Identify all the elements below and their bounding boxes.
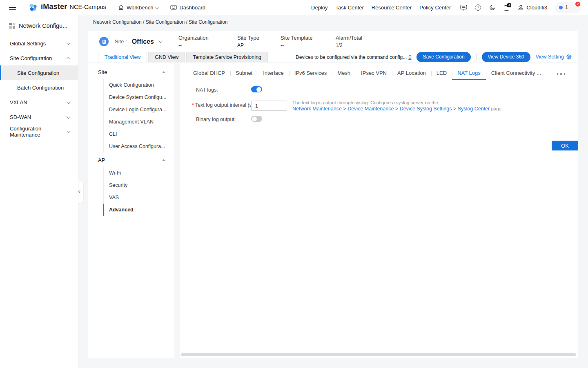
apps-notification-icon[interactable]: A — [503, 4, 510, 11]
sidebar-item-configuration-maintenance[interactable]: Configuration Maintenance — [0, 124, 78, 139]
sidebar-item-site-configuration[interactable]: Site Configuration — [0, 65, 78, 80]
feedback-icon[interactable] — [460, 4, 467, 11]
content-tabs: Global DHCP Subnet Interface IPv6 Servic… — [180, 63, 578, 80]
brand-suffix: NCE-Campus — [69, 4, 106, 10]
config-tree-panel: Site Quick Configuration Device System C… — [88, 63, 174, 358]
view-device-360-button[interactable]: View Device 360 — [482, 52, 530, 62]
view-setting-link[interactable]: View Setting — [536, 54, 572, 60]
nav-resource-center[interactable]: Resource Center — [372, 4, 412, 11]
status-dot-icon — [559, 6, 563, 9]
ok-button[interactable]: OK — [552, 141, 578, 150]
toolbar-divider — [476, 54, 477, 60]
collapse-triangle-icon — [162, 71, 165, 73]
status-pill[interactable]: 1 2 — [555, 2, 581, 13]
more-tabs-icon[interactable] — [557, 73, 566, 75]
nav-task-center[interactable]: Task Center — [335, 4, 363, 11]
workbench-menu[interactable]: Workbench — [118, 4, 159, 11]
save-configuration-button[interactable]: Save Configuration — [416, 52, 470, 62]
tree-item-quick-configuration[interactable]: Quick Configuration — [103, 79, 174, 91]
tree-item-advanced[interactable]: Advanced — [103, 204, 174, 216]
horizontal-scrollbar[interactable] — [181, 353, 576, 356]
tree-group-ap[interactable]: AP — [88, 155, 174, 166]
help-icon[interactable]: ? — [474, 4, 481, 11]
username: Cloudifi3 — [526, 4, 547, 11]
tree-group-site[interactable]: Site — [88, 67, 174, 78]
sidebar-item-vxlan[interactable]: VXLAN — [0, 95, 78, 110]
pending-devices-count[interactable]: 0 — [408, 54, 411, 60]
site-label: Site : — [115, 38, 127, 45]
workbench-label: Workbench — [127, 4, 154, 11]
brand-name: iMaster — [41, 2, 67, 11]
gear-icon — [566, 54, 572, 60]
chevron-down-icon — [67, 41, 71, 45]
tree-item-device-system-configuration[interactable]: Device System Configu... — [103, 91, 174, 103]
chevron-down-icon[interactable] — [158, 39, 163, 43]
sidebar-collapse-handle[interactable] — [78, 180, 84, 204]
tree-item-vas[interactable]: VAS — [103, 191, 174, 204]
tab-ipsec-vpn[interactable]: IPsec VPN — [356, 70, 392, 80]
sidebar-item-site-configuration-group[interactable]: Site Configuration — [0, 51, 78, 65]
tree-item-cli[interactable]: CLI — [103, 128, 174, 140]
tab-ap-location[interactable]: AP Location — [392, 70, 431, 80]
sidebar-item-batch-configuration[interactable]: Batch Configuration — [0, 80, 78, 95]
field-site-template: Site Template -- — [281, 35, 313, 48]
field-organization: Organization -- — [178, 35, 209, 48]
pending-devices-text: Devices to be configured via the command… — [296, 54, 411, 60]
chevron-left-icon — [79, 190, 82, 193]
dashboard-icon — [170, 4, 177, 11]
tab-client-connectivity[interactable]: Client Connectivity ... — [486, 70, 546, 80]
sidebar-divider — [8, 34, 71, 34]
site-icon — [99, 37, 109, 46]
tab-global-dhcp[interactable]: Global DHCP — [188, 70, 230, 80]
collapse-triangle-icon — [162, 159, 165, 161]
tab-traditional-view[interactable]: Traditional View — [98, 52, 147, 62]
tree-item-management-vlan[interactable]: Management VLAN — [103, 116, 174, 128]
alert-count-badge: 2 — [575, 1, 581, 7]
tab-subnet[interactable]: Subnet — [230, 70, 258, 80]
chevron-down-icon — [67, 100, 71, 104]
interval-input[interactable] — [251, 101, 287, 111]
nav-policy-center[interactable]: Policy Center — [419, 4, 451, 11]
home-icon — [118, 4, 124, 11]
nat-logs-toggle[interactable] — [251, 86, 262, 92]
tree-item-wifi[interactable]: Wi-Fi — [103, 167, 174, 179]
dark-mode-moon-icon[interactable] — [489, 4, 496, 11]
tree-item-device-login-configuration[interactable]: Device Login Configura... — [103, 103, 174, 116]
field-site-type: Site Type AP — [237, 35, 259, 48]
topbar: iMaster NCE-Campus Workbench Dashboard D… — [0, 0, 588, 15]
hamburger-menu-icon[interactable] — [9, 5, 16, 10]
sidebar-item-global-settings[interactable]: Global Settings — [0, 36, 78, 51]
tab-mesh[interactable]: Mesh — [332, 70, 356, 80]
interval-hint: The text log is output through syslog. C… — [292, 100, 503, 112]
tab-led[interactable]: LED — [431, 70, 452, 80]
sidebar-title: Network Configu... — [0, 15, 78, 34]
brand[interactable]: iMaster NCE-Campus — [28, 2, 106, 12]
tab-gnd-view[interactable]: GND View — [148, 52, 185, 62]
content-panel: Global DHCP Subnet Interface IPv6 Servic… — [180, 63, 578, 358]
app-grid-icon — [9, 23, 15, 29]
interval-label: *Text log output interval (s): — [192, 102, 255, 108]
chevron-down-icon — [155, 5, 159, 9]
user-menu[interactable]: Cloudifi3 — [518, 4, 547, 11]
tab-template-service-provisioning[interactable]: Template Service Provisioning — [186, 52, 267, 62]
field-alarm-total: Alarm/Total 1/2 — [336, 35, 362, 48]
dashboard-menu[interactable]: Dashboard — [170, 4, 205, 11]
tree-item-security[interactable]: Security — [103, 179, 174, 191]
tab-interface[interactable]: Interface — [258, 70, 289, 80]
sidebar-item-sd-wan[interactable]: SD-WAN — [0, 110, 78, 124]
main-area: Network Configuration / Site Configurati… — [79, 15, 588, 368]
tab-ipv6-services[interactable]: IPv6 Services — [289, 70, 332, 80]
apps-badge: A — [507, 3, 511, 7]
chevron-up-icon — [67, 56, 71, 61]
tree-item-user-access-configuration[interactable]: User Access Configura... — [103, 140, 174, 153]
tab-nat-logs[interactable]: NAT Logs — [452, 70, 486, 80]
binary-log-toggle[interactable] — [251, 116, 262, 122]
left-sidebar: Network Configu... Global Settings Site … — [0, 15, 78, 368]
required-asterisk: * — [192, 102, 194, 108]
chevron-down-icon — [67, 114, 71, 119]
site-header-card: Site : Offices Organization -- Site Type… — [88, 31, 578, 62]
site-name-dropdown[interactable]: Offices — [132, 38, 154, 45]
nav-deploy[interactable]: Deploy — [311, 4, 327, 11]
binary-log-label: Binary log output: — [196, 117, 236, 122]
syslog-center-link[interactable]: Network Maintenance > Device Maintenance… — [292, 106, 490, 112]
